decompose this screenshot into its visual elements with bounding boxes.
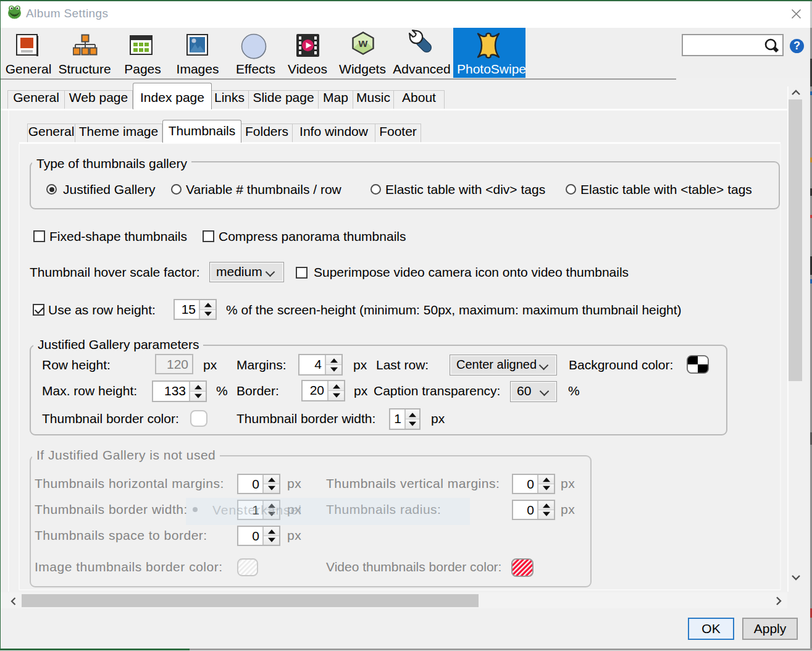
svg-text:w: w [358, 36, 368, 49]
